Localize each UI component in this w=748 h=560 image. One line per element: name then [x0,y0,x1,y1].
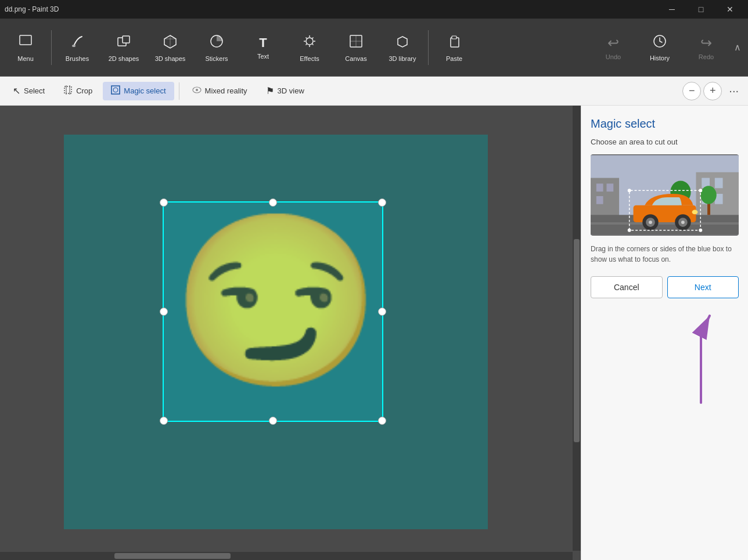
selection-box[interactable] [163,201,383,422]
window-controls: ─ □ ✕ [659,0,743,19]
undo-label: Undo [606,53,621,60]
paste-icon [446,33,462,53]
toolbar-item-effects[interactable]: Effects [286,22,333,73]
handle-bm[interactable] [269,417,277,425]
sec-right: − + ··· [682,82,743,100]
toolbar-item-3dlibrary[interactable]: 3D library [379,22,426,73]
handle-mr[interactable] [378,308,386,316]
text-label: Text [257,53,269,60]
expand-icon[interactable]: ∧ [729,37,746,57]
vertical-scrollbar[interactable] [573,106,581,551]
zoom-in-button[interactable]: + [703,82,722,100]
toolbar-item-2dshapes[interactable]: 2D shapes [100,22,147,73]
svg-point-52 [628,189,631,192]
paste-label: Paste [446,55,462,62]
mixed-reality-button[interactable]: Mixed reality [184,82,256,100]
arrow-annotation-container [591,298,739,414]
svg-point-26 [196,89,198,91]
select-button[interactable]: ↖ Select [5,82,53,100]
horizontal-scroll-thumb[interactable] [114,553,231,559]
panel-preview-image [591,154,739,236]
handle-bl[interactable] [160,417,168,425]
history-label: History [650,55,670,62]
svg-line-10 [306,37,307,38]
svg-point-49 [681,221,685,224]
handle-tm[interactable] [269,198,277,207]
toolbar-item-redo[interactable]: ↪ Redo [683,22,729,73]
3d-view-button[interactable]: ⚑ 3D view [258,82,312,100]
svg-point-5 [306,38,313,45]
toolbar-item-stickers[interactable]: Stickers [193,22,240,73]
toolbar-item-paste[interactable]: Paste [431,22,477,73]
svg-rect-20 [64,86,71,93]
window-title: dd.png - Paint 3D [5,5,59,13]
next-button[interactable]: Next [667,276,739,298]
svg-rect-31 [596,196,603,204]
vertical-scroll-thumb[interactable] [574,239,580,442]
handle-tr[interactable] [378,198,386,207]
zoom-out-button[interactable]: − [682,82,701,100]
svg-point-54 [628,229,631,232]
svg-rect-3 [123,36,130,43]
toolbar-item-3dshapes[interactable]: 3D shapes [147,22,193,73]
stickers-icon [208,33,225,53]
svg-rect-23 [112,86,120,94]
2dshapes-label: 2D shapes [109,55,139,62]
3dlibrary-icon [394,33,411,53]
svg-rect-38 [591,222,739,225]
toolbar-item-menu[interactable]: Menu [2,22,49,73]
crop-button[interactable]: Crop [55,82,100,100]
more-options-button[interactable]: ··· [724,82,743,100]
mixed-reality-icon [192,85,202,97]
svg-point-1 [72,45,75,47]
effects-icon [301,33,318,53]
magic-select-label: Magic select [124,86,166,95]
panel-subtitle: Choose an area to cut out [591,138,739,146]
toolbar-item-canvas[interactable]: Canvas [333,22,379,73]
toolbar-item-brushes[interactable]: Brushes [54,22,100,73]
horizontal-scrollbar[interactable] [0,552,573,560]
panel-buttons: Cancel Next [591,276,739,298]
undo-icon: ↩ [607,35,619,51]
panel-title: Magic select [591,117,739,131]
brushes-label: Brushes [66,55,89,62]
canvas-label: Canvas [345,55,366,62]
stickers-label: Stickers [205,55,228,62]
toolbar-item-undo[interactable]: ↩ Undo [590,22,636,73]
drawing-canvas[interactable]: 😏 [64,135,488,529]
svg-rect-29 [596,183,603,192]
close-button[interactable]: ✕ [717,0,743,19]
handle-br[interactable] [378,417,386,425]
svg-line-11 [312,44,314,45]
panel-description: Drag in the corners or sides of the blue… [591,244,739,265]
svg-line-12 [312,37,314,38]
side-panel: Magic select Choose an area to cut out [581,106,748,560]
crop-icon [63,85,73,97]
canvas-area[interactable]: 😏 [0,106,581,560]
3dlibrary-label: 3D library [389,55,416,62]
cancel-button[interactable]: Cancel [591,276,663,298]
minimize-button[interactable]: ─ [659,0,685,19]
magic-select-button[interactable]: Magic select [103,82,174,100]
svg-point-46 [649,221,652,224]
main-area: 😏 Magic select Choose an area to [0,106,748,560]
svg-rect-18 [452,36,456,39]
handle-tl[interactable] [160,198,168,207]
handle-ml[interactable] [160,308,168,316]
maximize-button[interactable]: □ [688,0,714,19]
effects-label: Effects [300,55,319,62]
svg-point-53 [699,189,702,192]
3dshapes-icon [162,33,178,53]
svg-point-50 [692,210,698,215]
menu-icon [17,33,34,53]
redo-icon: ↪ [700,35,712,51]
svg-point-24 [113,88,118,92]
crop-label: Crop [76,86,92,95]
toolbar-item-text[interactable]: T Text [240,22,286,73]
history-icon [652,34,667,52]
text-icon: T [259,35,267,50]
2dshapes-icon [116,33,132,53]
svg-rect-0 [20,35,31,45]
toolbar-item-history[interactable]: History [636,22,683,73]
menu-label: Menu [17,55,34,62]
